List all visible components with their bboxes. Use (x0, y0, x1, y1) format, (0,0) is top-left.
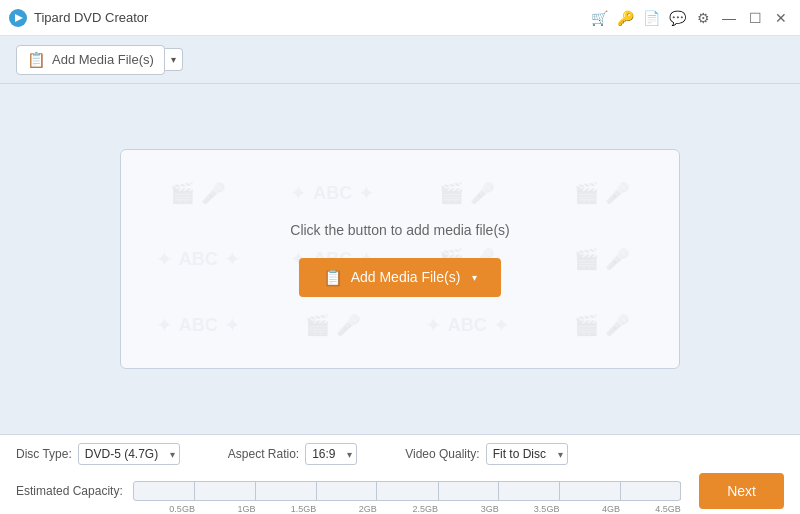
add-media-center-button[interactable]: 📋 Add Media File(s) ▾ (299, 258, 502, 297)
capacity-bar: 0.5GB 1GB 1.5GB 2GB 2.5GB 3GB 3.5GB 4GB … (133, 481, 681, 501)
add-media-toolbar-label: Add Media File(s) (52, 52, 154, 67)
add-media-toolbar-icon: 📋 (27, 51, 46, 69)
tick-7: 4GB (620, 482, 621, 500)
disc-type-field: Disc Type: DVD-5 (4.7G) (16, 443, 180, 465)
main-content: 🎬🎤 ✦ABC✦ 🎬🎤 🎬🎤 ✦ABC✦ ✦ABC✦ 🎬🎤 🎬🎤 ✦ABC✦ 🎬… (0, 84, 800, 434)
video-quality-field: Video Quality: Fit to Disc (405, 443, 568, 465)
disc-type-select[interactable]: DVD-5 (4.7G) (78, 443, 180, 465)
minimize-icon[interactable]: — (718, 7, 740, 29)
help-icon[interactable]: 💬 (666, 7, 688, 29)
add-media-toolbar-button[interactable]: 📋 Add Media File(s) (16, 45, 165, 75)
add-media-center-dropdown-arrow: ▾ (472, 272, 477, 283)
tick-3: 2GB (376, 482, 377, 500)
add-media-center-icon: 📋 (323, 268, 343, 287)
file-icon[interactable]: 📄 (640, 7, 662, 29)
title-left: Tipard DVD Creator (8, 8, 148, 28)
app-title: Tipard DVD Creator (34, 10, 148, 25)
footer-top: Disc Type: DVD-5 (4.7G) Aspect Ratio: 16… (16, 443, 784, 465)
footer: Disc Type: DVD-5 (4.7G) Aspect Ratio: 16… (0, 434, 800, 514)
video-quality-select[interactable]: Fit to Disc (486, 443, 568, 465)
tick-5: 3GB (498, 482, 499, 500)
aspect-ratio-select-wrapper: 16:9 (305, 443, 357, 465)
disc-type-select-wrapper: DVD-5 (4.7G) (78, 443, 180, 465)
tick-6: 3.5GB (559, 482, 560, 500)
close-icon[interactable]: ✕ (770, 7, 792, 29)
aspect-ratio-select[interactable]: 16:9 (305, 443, 357, 465)
tick-1: 1GB (255, 482, 256, 500)
tick-4: 2.5GB (438, 482, 439, 500)
video-quality-select-wrapper: Fit to Disc (486, 443, 568, 465)
drop-zone: 🎬🎤 ✦ABC✦ 🎬🎤 🎬🎤 ✦ABC✦ ✦ABC✦ 🎬🎤 🎬🎤 ✦ABC✦ 🎬… (120, 149, 680, 369)
settings-icon[interactable]: ⚙ (692, 7, 714, 29)
title-bar: Tipard DVD Creator 🛒 🔑 📄 💬 ⚙ — ☐ ✕ (0, 0, 800, 36)
aspect-ratio-label: Aspect Ratio: (228, 447, 299, 461)
maximize-icon[interactable]: ☐ (744, 7, 766, 29)
tick-2: 1.5GB (316, 482, 317, 500)
tick-8: 4.5GB (680, 482, 681, 500)
drop-zone-prompt: Click the button to add media file(s) (290, 222, 509, 238)
toolbar: 📋 Add Media File(s) ▾ (0, 36, 800, 84)
tick-0: 0.5GB (194, 482, 195, 500)
estimated-capacity-label: Estimated Capacity: (16, 484, 123, 498)
next-button[interactable]: Next (699, 473, 784, 509)
add-media-toolbar-dropdown[interactable]: ▾ (165, 48, 183, 71)
video-quality-label: Video Quality: (405, 447, 480, 461)
add-media-center-label: Add Media File(s) (351, 269, 461, 285)
title-controls: 🛒 🔑 📄 💬 ⚙ — ☐ ✕ (588, 7, 792, 29)
aspect-ratio-field: Aspect Ratio: 16:9 (228, 443, 357, 465)
cart-icon[interactable]: 🛒 (588, 7, 610, 29)
disc-type-label: Disc Type: (16, 447, 72, 461)
app-logo (8, 8, 28, 28)
tag-icon[interactable]: 🔑 (614, 7, 636, 29)
footer-bottom: Estimated Capacity: 0.5GB 1GB 1.5GB 2GB … (16, 473, 784, 509)
